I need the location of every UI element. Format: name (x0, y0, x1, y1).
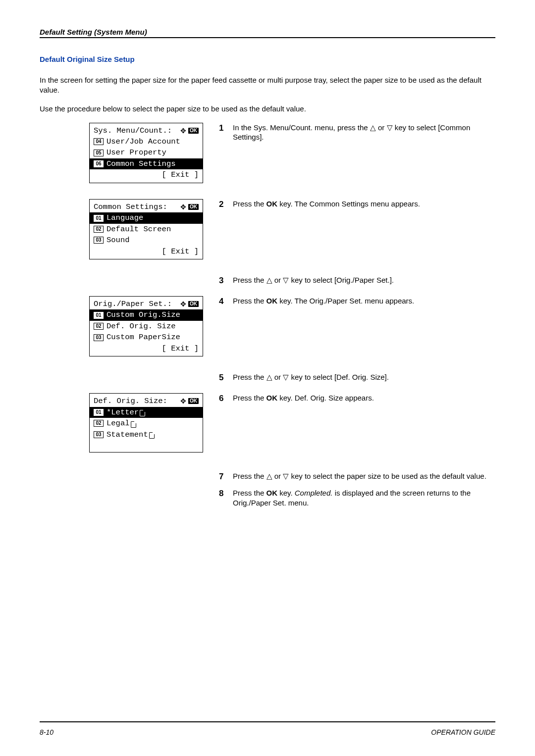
row-step-6: Def. Orig. Size: ✥ OK 01*Letter 02Legal … (40, 393, 495, 453)
footer-rule (40, 721, 495, 722)
item-number: 01 (94, 409, 104, 416)
item-label: Custom PaperSize (107, 332, 180, 343)
nav-icon: ✥ (180, 396, 186, 406)
row-step-5: Press the △ or ▽ key to select [Def. Ori… (40, 372, 495, 389)
row-step-7-8: Press the △ or ▽ key to select the paper… (40, 471, 495, 514)
ok-icon: OK (188, 398, 199, 404)
item-label: Language (107, 212, 143, 223)
item-label: Default Screen (107, 224, 171, 235)
lcd-title: Orig./Paper Set.: (94, 299, 172, 309)
lcd-screen-orig-paper: Orig./Paper Set.: ✥ OK 01Custom Orig.Siz… (89, 296, 203, 356)
item-number: 05 (94, 150, 104, 156)
step-7: Press the △ or ▽ key to select the paper… (219, 471, 495, 481)
item-number: 01 (94, 312, 104, 319)
list-item-selected: 01*Letter (90, 407, 203, 418)
list-item: 02Def. Orig. Size (93, 321, 200, 332)
item-number: 01 (94, 215, 104, 222)
list-item: 03Sound (93, 235, 200, 246)
step-5: Press the △ or ▽ key to select [Def. Ori… (219, 372, 495, 382)
item-label: User Property (107, 147, 166, 158)
row-step-2: Common Settings: ✥ OK 01Language 02Defau… (40, 199, 495, 259)
page-number: 8-10 (40, 728, 54, 736)
item-label: Custom Orig.Size (107, 309, 180, 320)
paper-icon (149, 432, 155, 439)
step-2: Press the OK key. The Common Settings me… (219, 199, 495, 209)
ok-icon: OK (188, 301, 199, 307)
lcd-screen-sys-menu: Sys. Menu/Count.: ✥ OK 04User/Job Accoun… (89, 123, 203, 183)
list-item-selected: 01Custom Orig.Size (90, 309, 203, 320)
lcd-title: Common Settings: (94, 202, 167, 212)
guide-label: OPERATION GUIDE (431, 728, 495, 736)
list-item-selected: 06Common Settings (90, 158, 203, 169)
row-step-4: Orig./Paper Set.: ✥ OK 01Custom Orig.Siz… (40, 296, 495, 356)
step-4: Press the OK key. The Orig./Paper Set. m… (219, 296, 495, 306)
item-label: Statement (107, 429, 148, 440)
header-rule (40, 37, 495, 38)
list-item-selected: 01Language (90, 212, 203, 223)
step-6: Press the OK key. Def. Orig. Size appear… (219, 393, 495, 403)
row-step-1: Sys. Menu/Count.: ✥ OK 04User/Job Accoun… (40, 123, 495, 183)
sub-intro-text: Use the procedure below to select the pa… (40, 104, 495, 113)
lcd-screen-common-settings: Common Settings: ✥ OK 01Language 02Defau… (89, 199, 203, 259)
item-number: 02 (94, 226, 104, 233)
lcd-title: Def. Orig. Size: (94, 396, 167, 406)
step-3: Press the △ or ▽ key to select [Orig./Pa… (219, 275, 495, 285)
down-triangle-icon: ▽ (387, 123, 393, 132)
up-triangle-icon: △ (267, 276, 272, 284)
item-number: 03 (94, 431, 104, 438)
item-number: 03 (94, 334, 104, 341)
ok-icon: OK (188, 128, 199, 134)
lcd-screen-def-orig: Def. Orig. Size: ✥ OK 01*Letter 02Legal … (89, 393, 203, 453)
item-number: 02 (94, 420, 104, 427)
row-step-3: Press the △ or ▽ key to select [Orig./Pa… (40, 275, 495, 292)
list-item: 02Legal (93, 418, 200, 429)
item-number: 03 (94, 237, 104, 244)
item-label: Common Settings (107, 158, 176, 169)
nav-icon: ✥ (180, 126, 186, 136)
item-label: User/Job Account (107, 136, 180, 147)
item-label: Legal (107, 418, 130, 429)
lcd-title: Sys. Menu/Count.: (94, 125, 172, 136)
nav-icon: ✥ (180, 299, 186, 309)
page-header: Default Setting (System Menu) (40, 28, 495, 36)
list-item: 03Custom PaperSize (93, 332, 200, 343)
page-footer: 8-10 OPERATION GUIDE (40, 728, 495, 736)
item-label: Sound (107, 235, 130, 246)
up-triangle-icon: △ (267, 472, 272, 480)
item-number: 06 (94, 160, 104, 167)
page: Default Setting (System Menu) Default Or… (0, 0, 535, 538)
list-item: 04User/Job Account (93, 136, 200, 147)
down-triangle-icon: ▽ (283, 472, 289, 480)
paper-icon (140, 410, 145, 416)
nav-icon: ✥ (180, 202, 186, 212)
list-item: 03Statement (93, 429, 200, 440)
lcd-exit: [ Exit ] (93, 169, 200, 180)
up-triangle-icon: △ (267, 373, 272, 381)
list-item: 02Default Screen (93, 224, 200, 235)
intro-text: In the screen for setting the paper size… (40, 75, 495, 96)
item-label: *Letter (107, 407, 139, 418)
down-triangle-icon: ▽ (283, 373, 289, 381)
lcd-exit: [ Exit ] (93, 343, 200, 354)
ok-icon: OK (188, 204, 199, 210)
lcd-exit: [ Exit ] (93, 246, 200, 257)
step-8: Press the OK key. Completed. is displaye… (219, 488, 495, 508)
item-number: 04 (94, 138, 104, 145)
up-triangle-icon: △ (370, 123, 376, 132)
item-label: Def. Orig. Size (107, 321, 176, 332)
section-title: Default Original Size Setup (40, 55, 495, 63)
paper-icon (131, 421, 136, 428)
down-triangle-icon: ▽ (283, 276, 289, 284)
list-item: 05User Property (93, 147, 200, 158)
step-1: In the Sys. Menu/Count. menu, press the … (219, 123, 495, 143)
item-number: 02 (94, 323, 104, 330)
